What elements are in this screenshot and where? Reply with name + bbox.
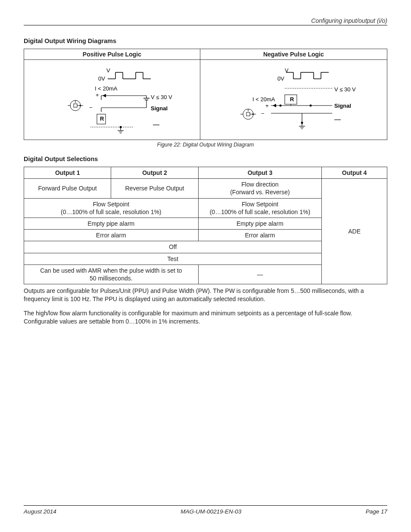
- svg-rect-23: [74, 104, 77, 107]
- header-rule: Configuring input/output (i/o): [24, 17, 387, 25]
- svg-rect-55: [246, 112, 250, 116]
- cell-out3-dash: —: [198, 264, 322, 284]
- cell-out1-forward: Forward Pulse Output: [24, 179, 111, 198]
- section-heading-wiring: Digital Output Wiring Diagrams: [24, 37, 387, 44]
- cell-out12-error: Error alarm: [24, 230, 199, 241]
- selections-table: Output 1 Output 2 Output 3 Output 4 Forw…: [24, 167, 387, 284]
- label-plus: +: [96, 92, 99, 98]
- label-r: R: [100, 115, 104, 122]
- cell-amr-note: Can be used with AMR when the pulse widt…: [24, 264, 199, 284]
- label-0v: 0V: [98, 75, 105, 82]
- sel-header-out2: Output 2: [111, 167, 198, 179]
- sel-header-out3: Output 3: [198, 167, 322, 179]
- paragraph-alarm: The high/low flow alarm functionality is…: [24, 309, 387, 326]
- label-current: I < 20mA: [95, 85, 118, 92]
- positive-logic-diagram: V 0V I < 20mA +: [24, 60, 200, 140]
- label-signal: Signal: [334, 103, 351, 109]
- label-minus: −: [261, 110, 265, 117]
- cell-out12-setpoint: Flow Setpoint (0…100% of full scale, res…: [24, 198, 199, 218]
- col-header-negative: Negative Pulse Logic: [200, 49, 387, 60]
- sel-header-out4: Output 4: [322, 167, 387, 179]
- cell-test: Test: [24, 253, 322, 264]
- wiring-diagram-table: Positive Pulse Logic Negative Pulse Logi…: [24, 49, 387, 140]
- svg-marker-10: [103, 94, 106, 97]
- negative-logic-diagram: V 0V V ≤ 30 V: [200, 60, 387, 140]
- label-plus: +: [265, 103, 269, 109]
- footer-page: Page 17: [366, 508, 387, 515]
- svg-point-45: [280, 105, 282, 107]
- col-header-positive: Positive Pulse Logic: [24, 49, 200, 60]
- label-signal: Signal: [151, 105, 168, 112]
- footer-docid: MAG-UM-00219-EN-03: [181, 508, 241, 515]
- cell-out3-error: Error alarm: [198, 230, 322, 241]
- label-minus: −: [89, 104, 93, 111]
- cell-out3-empty: Empty pipe alarm: [198, 218, 322, 229]
- cell-out4-ade: ADE: [322, 179, 387, 284]
- svg-point-48: [310, 105, 312, 107]
- figure-caption: Figure 22: Digital Output Wiring Diagram: [24, 142, 387, 148]
- label-v: V: [106, 67, 110, 74]
- label-voltage: V ≤ 30 V: [334, 86, 356, 93]
- label-0v: 0V: [277, 75, 284, 82]
- page-footer: August 2014 MAG-UM-00219-EN-03 Page 17: [24, 505, 387, 515]
- footer-date: August 2014: [24, 508, 56, 515]
- label-r: R: [290, 96, 294, 103]
- cell-out3-flowdir: Flow direction (Forward vs. Reverse): [198, 179, 322, 198]
- cell-out2-reverse: Reverse Pulse Output: [111, 179, 198, 198]
- paragraph-outputs: Outputs are configurable for Pulses/Unit…: [24, 287, 387, 303]
- label-voltage: V ≤ 30 V: [151, 94, 172, 100]
- cell-out3-setpoint: Flow Setpoint (0…100% of full scale, res…: [198, 198, 322, 218]
- breadcrumb: Configuring input/output (i/o): [24, 17, 387, 24]
- section-heading-selections: Digital Output Selections: [24, 156, 387, 162]
- label-current: I < 20mA: [252, 96, 275, 103]
- cell-off: Off: [24, 241, 322, 253]
- sel-header-out1: Output 1: [24, 167, 111, 179]
- svg-marker-46: [273, 104, 276, 107]
- cell-out12-empty: Empty pipe alarm: [24, 218, 199, 229]
